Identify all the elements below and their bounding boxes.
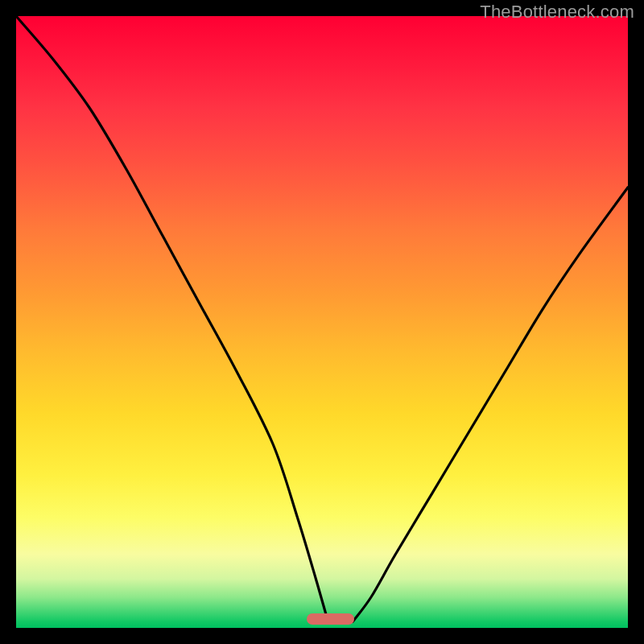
bottom-marker xyxy=(307,613,354,625)
plot-area xyxy=(16,16,628,628)
chart-frame: TheBottleneck.com xyxy=(0,0,644,644)
watermark-text: TheBottleneck.com xyxy=(480,2,634,23)
curve-right-branch xyxy=(353,188,628,622)
curve-left-branch xyxy=(16,16,328,621)
bottleneck-curve xyxy=(16,16,628,628)
